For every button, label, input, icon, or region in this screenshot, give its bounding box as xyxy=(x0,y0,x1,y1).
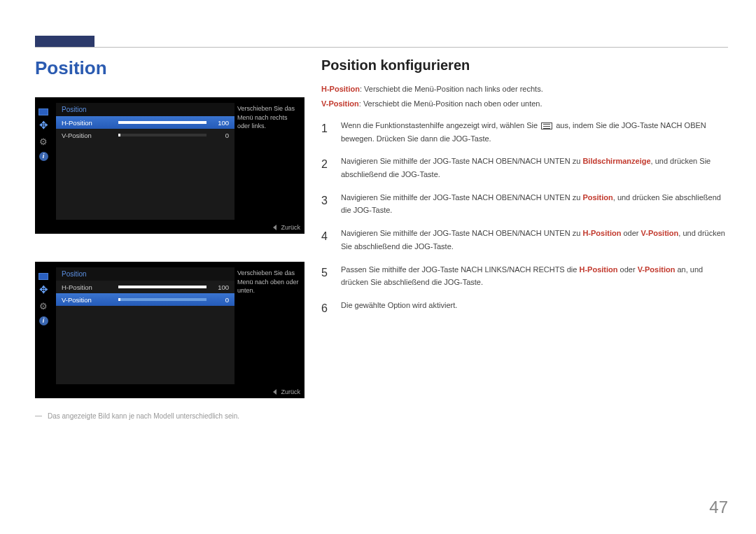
header-rule xyxy=(35,47,728,48)
osd-title: Position xyxy=(56,103,234,116)
step-5: Passen Sie mithilfe der JOG-Taste NACH L… xyxy=(321,263,728,289)
step-text: Navigieren Sie mithilfe der JOG-Taste NA… xyxy=(341,193,582,202)
back-label: Zurück xyxy=(281,224,300,231)
highlight: Position xyxy=(582,193,612,202)
osd-row-v: V-Position 0 xyxy=(56,129,234,141)
highlight: H-Position xyxy=(580,265,618,274)
osd-sidebar xyxy=(35,103,52,228)
page: Position Position H-Position 100 xyxy=(0,0,756,534)
osd-row-label: V-Position xyxy=(62,296,114,304)
highlight: V-Position xyxy=(638,265,676,274)
step-3: Navigieren Sie mithilfe der JOG-Taste NA… xyxy=(321,191,728,217)
right-column: Position konfigurieren H-Position: Versc… xyxy=(321,57,728,420)
osd-screenshot-h: Position H-Position 100 V-Position 0 Ver… xyxy=(35,97,304,234)
menu-icon xyxy=(541,122,552,129)
step-text: Passen Sie mithilfe der JOG-Taste NACH L… xyxy=(341,265,580,274)
osd-help-text: Verschieben Sie das Menü nach rechts ode… xyxy=(237,104,300,131)
footnote: Das angezeigte Bild kann je nach Modell … xyxy=(35,412,304,420)
left-column: Position Position H-Position 100 xyxy=(35,57,304,420)
intro-line-v: V-Position: Verschiebt die Menü-Position… xyxy=(321,98,728,110)
highlight: V-Position xyxy=(641,229,679,237)
step-6: Die gewählte Option wird aktiviert. xyxy=(321,299,728,318)
osd-title: Position xyxy=(56,267,234,281)
osd-row-value: 100 xyxy=(211,283,229,291)
step-text: oder xyxy=(618,265,638,274)
steps-list: Wenn die Funktionstastenhilfe angezeigt … xyxy=(321,119,728,318)
osd-row-h: H-Position 100 xyxy=(56,116,234,129)
osd-row-value: 0 xyxy=(211,132,229,139)
osd-row-label: V-Position xyxy=(62,132,114,139)
osd-row-h: H-Position 100 xyxy=(56,281,234,293)
osd-sidebar xyxy=(35,267,52,393)
osd-help-text: Verschieben Sie das Menü nach oben oder … xyxy=(237,269,300,295)
osd-row-label: H-Position xyxy=(62,283,114,291)
settings-icon xyxy=(37,135,50,148)
position-icon xyxy=(38,284,49,295)
info-icon xyxy=(39,316,48,325)
back-icon xyxy=(273,389,276,395)
subsection-title: Position konfigurieren xyxy=(321,57,728,73)
osd-row-value: 0 xyxy=(211,296,229,304)
osd-footer: Zurück xyxy=(273,224,300,231)
step-text: oder xyxy=(621,229,640,237)
step-text: Die gewählte Option wird aktiviert. xyxy=(341,301,457,309)
highlight: H-Position xyxy=(582,229,621,237)
intro-h-label: H-Position xyxy=(321,85,360,93)
intro-block: H-Position: Verschiebt die Menü-Position… xyxy=(321,83,728,109)
osd-row-value: 100 xyxy=(211,119,229,127)
step-4: Navigieren Sie mithilfe der JOG-Taste NA… xyxy=(321,227,728,253)
step-1: Wenn die Funktionstastenhilfe angezeigt … xyxy=(321,119,728,145)
intro-line-h: H-Position: Verschiebt die Menü-Position… xyxy=(321,83,728,95)
slider-track xyxy=(118,134,206,136)
osd-row-v: V-Position 0 xyxy=(56,293,234,306)
back-icon xyxy=(273,225,276,230)
osd-row-label: H-Position xyxy=(62,119,114,127)
step-text: Wenn die Funktionstastenhilfe angezeigt … xyxy=(341,121,540,129)
info-icon xyxy=(39,152,48,161)
page-number: 47 xyxy=(709,498,728,517)
slider-fill xyxy=(118,286,206,288)
picture-icon xyxy=(38,273,48,280)
slider-track xyxy=(118,286,206,288)
intro-v-text: : Verschiebt die Menü-Position nach oben… xyxy=(359,99,542,108)
step-text: Navigieren Sie mithilfe der JOG-Taste NA… xyxy=(341,157,582,165)
header-accent-bar xyxy=(35,36,94,47)
slider-fill xyxy=(118,298,120,301)
highlight: Bildschirmanzeige xyxy=(582,157,650,165)
osd-main-panel: Position H-Position 100 V-Position 0 xyxy=(56,103,234,220)
picture-icon xyxy=(38,108,48,115)
slider-track xyxy=(118,298,206,301)
osd-footer: Zurück xyxy=(273,388,300,395)
slider-track xyxy=(118,121,206,124)
osd-main-panel: Position H-Position 100 V-Position 0 xyxy=(56,267,234,384)
osd-screenshot-v: Position H-Position 100 V-Position 0 Ver… xyxy=(35,262,304,398)
settings-icon xyxy=(37,300,50,312)
slider-fill xyxy=(118,134,120,136)
intro-v-label: V-Position xyxy=(321,99,359,108)
back-label: Zurück xyxy=(281,388,300,395)
intro-h-text: : Verschiebt die Menü-Position nach link… xyxy=(360,85,543,93)
step-text: Navigieren Sie mithilfe der JOG-Taste NA… xyxy=(341,229,582,237)
step-2: Navigieren Sie mithilfe der JOG-Taste NA… xyxy=(321,155,728,181)
slider-fill xyxy=(118,121,206,124)
position-icon xyxy=(38,120,49,131)
section-title: Position xyxy=(35,57,304,79)
